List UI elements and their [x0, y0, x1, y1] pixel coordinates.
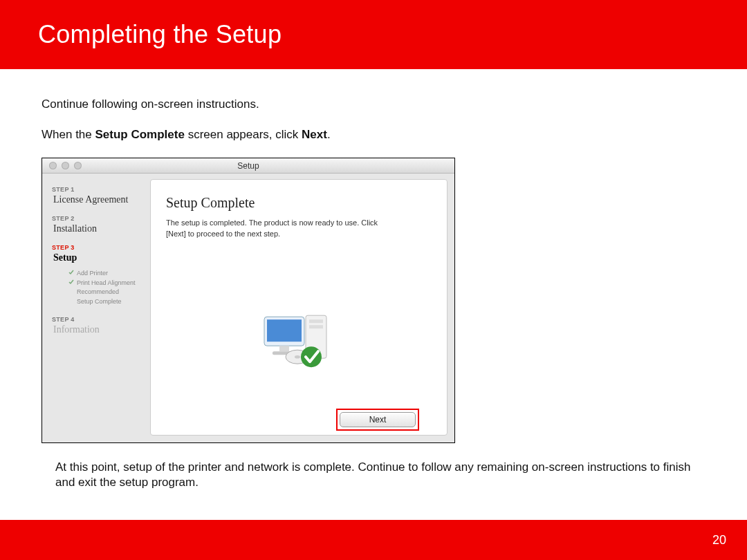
sidebar-step-3: STEP 3 Setup	[52, 244, 150, 263]
svg-rect-1	[309, 320, 323, 324]
slide-title: Completing the Setup	[38, 20, 282, 49]
window-title: Setup	[42, 161, 454, 171]
check-icon	[68, 270, 74, 275]
substep-alignment: Print Head Alignment Recommended	[68, 279, 150, 297]
content-description: The setup is completed. The product is n…	[166, 218, 394, 240]
instruction-line-2: When the Setup Complete screen appears, …	[42, 127, 706, 142]
sidebar-step-4: STEP 4 Information	[52, 316, 150, 335]
svg-rect-2	[309, 326, 323, 329]
window-titlebar: Setup	[42, 158, 454, 174]
check-icon	[68, 279, 74, 285]
substep-add-printer: Add Printer	[68, 269, 150, 279]
setup-content-panel: Setup Complete The setup is completed. T…	[150, 179, 448, 436]
content-heading: Setup Complete	[166, 195, 432, 211]
closing-text: At this point, setup of the printer and …	[42, 443, 706, 490]
next-button-highlight: Next	[336, 409, 419, 431]
svg-rect-4	[267, 320, 302, 342]
sidebar-substeps: Add Printer Print Head Alignment Recomme…	[68, 269, 150, 306]
svg-point-9	[301, 347, 322, 368]
setup-complete-illustration-icon	[257, 304, 340, 375]
instruction-line-1: Continue following on-screen instruction…	[42, 97, 706, 112]
slide-footer: 20	[0, 520, 747, 560]
sidebar-step-1: STEP 1 License Agreement	[52, 186, 150, 205]
setup-sidebar: STEP 1 License Agreement STEP 2 Installa…	[42, 174, 150, 442]
substep-complete: Setup Complete	[68, 297, 150, 307]
svg-point-8	[295, 355, 300, 359]
sidebar-step-2: STEP 2 Installation	[52, 215, 150, 234]
slide-header: Completing the Setup	[0, 0, 747, 69]
next-button[interactable]: Next	[340, 412, 416, 427]
page-number: 20	[712, 533, 726, 548]
setup-window: Setup STEP 1 License Agreement STEP 2 In…	[42, 158, 455, 443]
svg-rect-5	[279, 346, 289, 352]
